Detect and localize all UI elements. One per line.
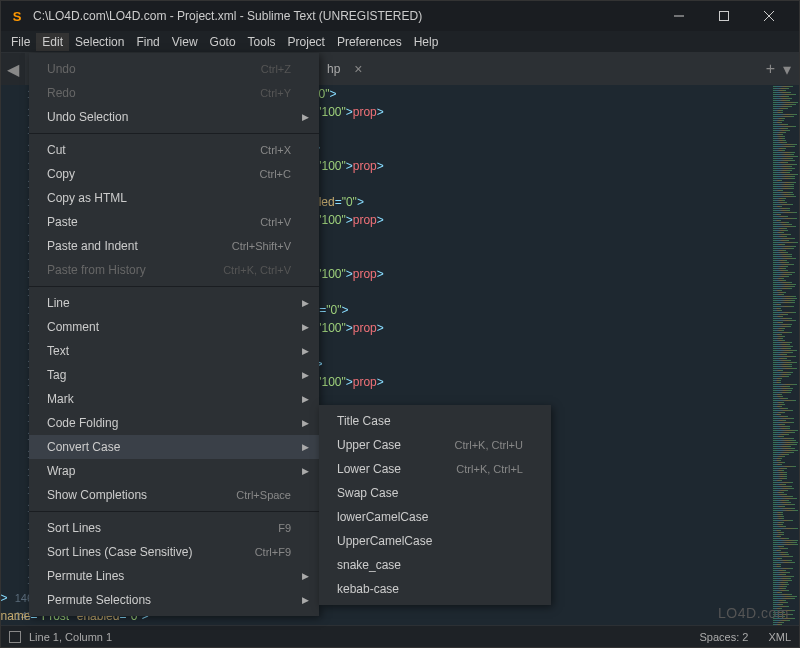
minimap[interactable] bbox=[771, 85, 799, 625]
submenu-item-kebab-case[interactable]: kebab-case bbox=[319, 577, 551, 601]
tab-history-back[interactable]: ◀ bbox=[1, 53, 25, 85]
menu-item-label: Sort Lines (Case Sensitive) bbox=[47, 545, 192, 559]
menu-item-label: Paste and Indent bbox=[47, 239, 138, 253]
menu-item-label: UpperCamelCase bbox=[337, 534, 432, 548]
menu-item-label: Cut bbox=[47, 143, 66, 157]
tab-label: hp bbox=[327, 62, 340, 76]
menu-item-line[interactable]: Line▶ bbox=[29, 291, 319, 315]
menu-shortcut: Ctrl+V bbox=[260, 216, 291, 228]
menu-item-redo: RedoCtrl+Y bbox=[29, 81, 319, 105]
close-button[interactable] bbox=[746, 1, 791, 31]
tab-dropdown-icon[interactable]: ▾ bbox=[783, 60, 791, 79]
menu-item-sort-lines[interactable]: Sort LinesF9 bbox=[29, 516, 319, 540]
menu-item-paste[interactable]: PasteCtrl+V bbox=[29, 210, 319, 234]
menu-item-label: Permute Selections bbox=[47, 593, 151, 607]
menu-view[interactable]: View bbox=[166, 33, 204, 51]
panel-toggle-icon[interactable] bbox=[9, 631, 21, 643]
menu-item-sort-lines-case-sensitive-[interactable]: Sort Lines (Case Sensitive)Ctrl+F9 bbox=[29, 540, 319, 564]
new-tab-icon[interactable]: + bbox=[766, 60, 775, 78]
menu-item-label: Tag bbox=[47, 368, 66, 382]
menu-item-text[interactable]: Text▶ bbox=[29, 339, 319, 363]
menu-shortcut: Ctrl+Space bbox=[236, 489, 291, 501]
menu-file[interactable]: File bbox=[5, 33, 36, 51]
submenu-arrow-icon: ▶ bbox=[302, 322, 309, 332]
menu-selection[interactable]: Selection bbox=[69, 33, 130, 51]
menu-item-paste-from-history: Paste from HistoryCtrl+K, Ctrl+V bbox=[29, 258, 319, 282]
tabbar-right: + ▾ bbox=[766, 60, 799, 79]
minimize-button[interactable] bbox=[656, 1, 701, 31]
menu-edit[interactable]: Edit bbox=[36, 33, 69, 51]
menu-item-wrap[interactable]: Wrap▶ bbox=[29, 459, 319, 483]
menu-item-convert-case[interactable]: Convert Case▶ bbox=[29, 435, 319, 459]
menu-item-label: kebab-case bbox=[337, 582, 399, 596]
menu-item-copy[interactable]: CopyCtrl+C bbox=[29, 162, 319, 186]
menu-item-label: Copy as HTML bbox=[47, 191, 127, 205]
menu-item-label: Paste from History bbox=[47, 263, 146, 277]
menu-project[interactable]: Project bbox=[282, 33, 331, 51]
submenu-arrow-icon: ▶ bbox=[302, 418, 309, 428]
menu-item-paste-and-indent[interactable]: Paste and IndentCtrl+Shift+V bbox=[29, 234, 319, 258]
menu-find[interactable]: Find bbox=[130, 33, 165, 51]
file-tab[interactable]: hp × bbox=[315, 53, 370, 85]
submenu-item-uppercamelcase[interactable]: UpperCamelCase bbox=[319, 529, 551, 553]
menu-item-label: Lower Case bbox=[337, 462, 401, 476]
menu-tools[interactable]: Tools bbox=[242, 33, 282, 51]
menu-preferences[interactable]: Preferences bbox=[331, 33, 408, 51]
menu-separator bbox=[29, 286, 319, 287]
submenu-arrow-icon: ▶ bbox=[302, 571, 309, 581]
menu-item-permute-selections[interactable]: Permute Selections▶ bbox=[29, 588, 319, 612]
menu-item-label: Code Folding bbox=[47, 416, 118, 430]
menu-item-cut[interactable]: CutCtrl+X bbox=[29, 138, 319, 162]
menu-shortcut: Ctrl+K, Ctrl+L bbox=[456, 463, 523, 475]
menu-item-comment[interactable]: Comment▶ bbox=[29, 315, 319, 339]
app-window: S C:\LO4D.com\LO4D.com - Project.xml - S… bbox=[0, 0, 800, 648]
indentation-indicator[interactable]: Spaces: 2 bbox=[699, 631, 748, 643]
maximize-button[interactable] bbox=[701, 1, 746, 31]
menu-item-code-folding[interactable]: Code Folding▶ bbox=[29, 411, 319, 435]
menu-item-label: Undo Selection bbox=[47, 110, 128, 124]
menu-item-label: Permute Lines bbox=[47, 569, 124, 583]
submenu-arrow-icon: ▶ bbox=[302, 442, 309, 452]
menu-item-label: Upper Case bbox=[337, 438, 401, 452]
submenu-arrow-icon: ▶ bbox=[302, 298, 309, 308]
menu-item-label: Paste bbox=[47, 215, 78, 229]
cursor-position[interactable]: Line 1, Column 1 bbox=[29, 631, 112, 643]
menu-item-label: Convert Case bbox=[47, 440, 120, 454]
menu-item-copy-as-html[interactable]: Copy as HTML bbox=[29, 186, 319, 210]
tab-close-icon[interactable]: × bbox=[354, 61, 362, 77]
menubar: FileEditSelectionFindViewGotoToolsProjec… bbox=[1, 31, 799, 53]
menu-item-label: Show Completions bbox=[47, 488, 147, 502]
watermark: LO4D.com bbox=[718, 605, 789, 621]
submenu-item-snake-case[interactable]: snake_case bbox=[319, 553, 551, 577]
menu-shortcut: Ctrl+F9 bbox=[255, 546, 291, 558]
submenu-item-swap-case[interactable]: Swap Case bbox=[319, 481, 551, 505]
menu-item-label: Swap Case bbox=[337, 486, 398, 500]
submenu-item-title-case[interactable]: Title Case bbox=[319, 409, 551, 433]
menu-item-tag[interactable]: Tag▶ bbox=[29, 363, 319, 387]
convert-case-submenu: Title CaseUpper CaseCtrl+K, Ctrl+ULower … bbox=[319, 405, 551, 605]
menu-item-label: Redo bbox=[47, 86, 76, 100]
window-title: C:\LO4D.com\LO4D.com - Project.xml - Sub… bbox=[33, 9, 656, 23]
menu-shortcut: Ctrl+Shift+V bbox=[232, 240, 291, 252]
menu-item-undo: UndoCtrl+Z bbox=[29, 57, 319, 81]
submenu-item-lowercamelcase[interactable]: lowerCamelCase bbox=[319, 505, 551, 529]
submenu-item-lower-case[interactable]: Lower CaseCtrl+K, Ctrl+L bbox=[319, 457, 551, 481]
menu-item-label: Comment bbox=[47, 320, 99, 334]
menu-item-permute-lines[interactable]: Permute Lines▶ bbox=[29, 564, 319, 588]
syntax-indicator[interactable]: XML bbox=[768, 631, 791, 643]
menu-item-mark[interactable]: Mark▶ bbox=[29, 387, 319, 411]
menu-separator bbox=[29, 133, 319, 134]
submenu-arrow-icon: ▶ bbox=[302, 394, 309, 404]
menu-shortcut: Ctrl+Z bbox=[261, 63, 291, 75]
menu-item-undo-selection[interactable]: Undo Selection▶ bbox=[29, 105, 319, 129]
menu-shortcut: Ctrl+K, Ctrl+V bbox=[223, 264, 291, 276]
menu-help[interactable]: Help bbox=[408, 33, 445, 51]
svg-rect-1 bbox=[719, 12, 728, 21]
menu-item-label: Undo bbox=[47, 62, 76, 76]
menu-shortcut: Ctrl+C bbox=[260, 168, 291, 180]
submenu-item-upper-case[interactable]: Upper CaseCtrl+K, Ctrl+U bbox=[319, 433, 551, 457]
submenu-arrow-icon: ▶ bbox=[302, 346, 309, 356]
menu-item-label: Sort Lines bbox=[47, 521, 101, 535]
menu-goto[interactable]: Goto bbox=[204, 33, 242, 51]
menu-item-show-completions[interactable]: Show CompletionsCtrl+Space bbox=[29, 483, 319, 507]
